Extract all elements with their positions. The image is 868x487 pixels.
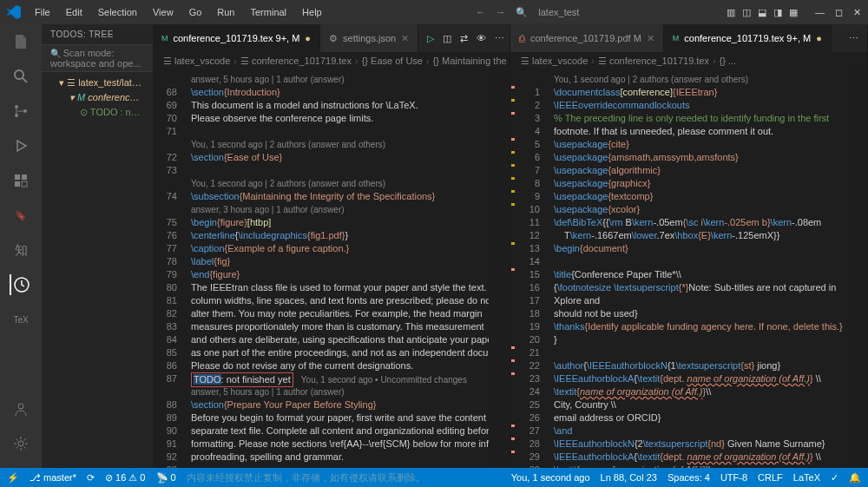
menu-view[interactable]: View: [146, 3, 181, 21]
sync-icon[interactable]: ⟳: [87, 472, 95, 484]
compare-icon[interactable]: ⇄: [460, 33, 468, 44]
preview-icon[interactable]: 👁: [477, 33, 486, 43]
maximize-icon[interactable]: ◻: [835, 7, 843, 18]
minimap[interactable]: [846, 69, 867, 468]
sidebar: TODOS: TREE 🔍 Scan mode: workspace and o…: [42, 24, 153, 468]
main-menu: FileEditSelectionViewGoRunTerminalHelp: [28, 3, 329, 21]
tab[interactable]: Mconference_101719.tex 9+, M●: [153, 24, 320, 52]
status-bar: ⚡ ⎇ master* ⟳ ⊘ 16 ⚠ 0 📡 0 内容未经授权禁止复制，非存…: [0, 468, 868, 487]
editor-pane-right: ⎙conference_101719.pdf M✕Mconference_101…: [510, 24, 868, 468]
branch-indicator[interactable]: ⎇ master*: [30, 472, 76, 484]
tab[interactable]: Mconference_101719.tex 9+, M●: [664, 24, 832, 52]
zhi-icon[interactable]: 知: [10, 240, 31, 260]
window-title: latex_test: [538, 7, 579, 17]
svg-point-3: [15, 114, 18, 117]
svg-point-9: [18, 404, 23, 409]
code-editor-right[interactable]: 1234567891011121314151617181920212223242…: [510, 69, 867, 468]
split-icon[interactable]: ◫: [443, 33, 451, 44]
panel-bottom-icon[interactable]: ⬓: [758, 7, 766, 18]
nav-back-icon[interactable]: ←: [476, 7, 485, 17]
vscode-logo-icon: [7, 5, 21, 19]
menu-help[interactable]: Help: [295, 3, 329, 21]
breadcrumb-right[interactable]: ☰ latex_vscode›☰ conference_101719.tex›{…: [510, 52, 867, 69]
todo-tree-icon[interactable]: [10, 274, 30, 295]
customize-layout-icon[interactable]: ▦: [789, 7, 798, 18]
watermark: 内容未经授权禁止复制，非存储，如有侵权请联系删除。: [187, 471, 425, 484]
ports-indicator[interactable]: 📡 0: [156, 472, 176, 484]
panel-left-icon[interactable]: ◫: [742, 7, 751, 18]
layout-toggle-icon[interactable]: ▥: [727, 7, 735, 18]
menu-go[interactable]: Go: [182, 3, 209, 21]
tab-bar-right: ⎙conference_101719.pdf M✕Mconference_101…: [510, 24, 867, 52]
tree-todo-item[interactable]: ⊙ TODO : not finished yet: [42, 105, 153, 120]
svg-point-4: [23, 109, 27, 113]
extensions-icon[interactable]: [10, 170, 31, 191]
editor-pane-left: Mconference_101719.tex 9+, M●⚙settings.j…: [153, 24, 510, 468]
run-icon[interactable]: ▷: [427, 33, 434, 44]
tab-bar-left: Mconference_101719.tex 9+, M●⚙settings.j…: [153, 24, 510, 52]
tree-file[interactable]: ▾ M conference_101719.tex 9+, M: [42, 90, 153, 105]
status-item[interactable]: LaTeX: [793, 472, 820, 483]
tab[interactable]: ⎙conference_101719.pdf M✕: [510, 24, 664, 52]
todo-tree: ▾ ☰ latex_test/latex_vscode ▾ M conferen…: [42, 72, 153, 123]
svg-point-2: [15, 105, 18, 109]
menu-selection[interactable]: Selection: [91, 3, 144, 21]
svg-rect-7: [15, 181, 20, 187]
debug-icon[interactable]: [10, 135, 31, 156]
panel-right-icon[interactable]: ◨: [773, 7, 782, 18]
sidebar-header: TODOS: TREE: [42, 24, 153, 44]
more-icon[interactable]: ⋯: [495, 33, 504, 44]
status-item[interactable]: Ln 88, Col 23: [601, 472, 657, 483]
menu-edit[interactable]: Edit: [59, 3, 89, 21]
status-item[interactable]: You, 1 second ago: [511, 472, 590, 483]
explorer-icon[interactable]: [10, 31, 31, 52]
svg-rect-6: [22, 174, 27, 180]
tex-icon[interactable]: TeX: [10, 309, 31, 330]
svg-rect-8: [22, 181, 27, 187]
svg-point-0: [15, 70, 23, 79]
status-item[interactable]: Spaces: 4: [667, 472, 710, 483]
breadcrumb-left[interactable]: ☰ latex_vscode›☰ conference_101719.tex›{…: [153, 52, 510, 69]
nav-fwd-icon[interactable]: →: [496, 7, 505, 17]
minimap[interactable]: [489, 69, 510, 468]
code-editor-left[interactable]: 6869707172737475767778798081828384858687…: [153, 69, 510, 468]
status-item[interactable]: UTF-8: [720, 472, 747, 483]
account-icon[interactable]: [10, 398, 31, 419]
close-window-icon[interactable]: ✕: [853, 7, 861, 18]
scan-mode-bar[interactable]: 🔍 Scan mode: workspace and ope...: [42, 44, 153, 72]
activity-bar: 🔖 知 TeX: [0, 24, 42, 468]
more-icon[interactable]: ⋯: [849, 33, 858, 44]
menu-run[interactable]: Run: [210, 3, 241, 21]
tree-folder[interactable]: ▾ ☰ latex_test/latex_vscode: [42, 76, 153, 90]
minimize-icon[interactable]: —: [815, 7, 825, 18]
title-bar: FileEditSelectionViewGoRunTerminalHelp ←…: [0, 0, 868, 24]
menu-terminal[interactable]: Terminal: [244, 3, 294, 21]
editor-area: Mconference_101719.tex 9+, M●⚙settings.j…: [153, 24, 868, 468]
source-control-icon[interactable]: [10, 101, 31, 122]
settings-gear-icon[interactable]: [10, 433, 31, 454]
notifications-icon[interactable]: 🔔: [849, 472, 861, 484]
svg-point-10: [18, 441, 23, 446]
status-item[interactable]: CRLF: [758, 472, 783, 483]
search-icon[interactable]: 🔍: [516, 7, 528, 18]
remote-icon[interactable]: ⚡: [7, 472, 19, 484]
svg-line-1: [23, 78, 27, 82]
status-item[interactable]: ✓: [831, 472, 838, 484]
svg-rect-5: [15, 174, 20, 180]
bookmark-icon[interactable]: 🔖: [10, 205, 31, 226]
tab[interactable]: ⚙settings.json✕: [320, 24, 418, 52]
errors-indicator[interactable]: ⊘ 16 ⚠ 0: [105, 472, 146, 484]
search-icon[interactable]: [10, 66, 31, 87]
menu-file[interactable]: File: [28, 3, 57, 21]
